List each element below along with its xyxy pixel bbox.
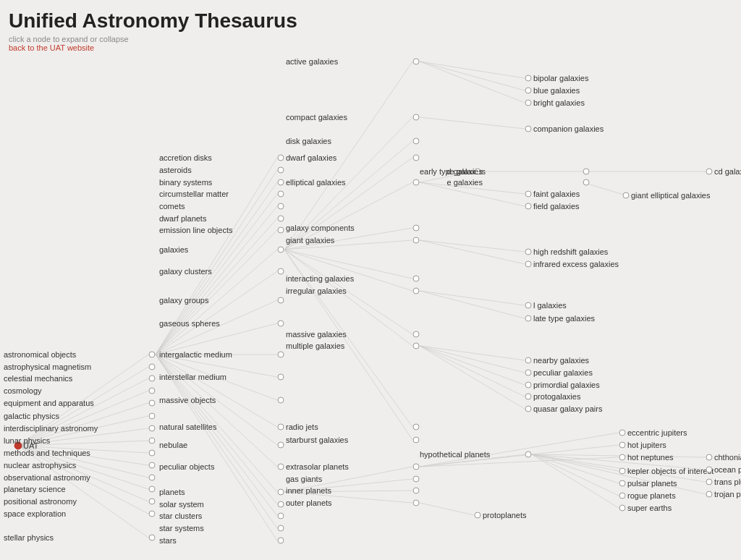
node-peculiar-objects[interactable] xyxy=(278,464,284,470)
node-giant-galaxies[interactable] xyxy=(413,237,419,243)
node-super-earths[interactable] xyxy=(619,505,625,511)
node-celestial-mechanics[interactable] xyxy=(149,376,155,381)
node-interstellar-medium[interactable] xyxy=(278,374,284,380)
node-comets[interactable] xyxy=(278,203,284,209)
node-cd-galaxies[interactable] xyxy=(706,169,712,174)
label-eccentric-jupiters: eccentric jupiters xyxy=(627,428,687,437)
node-galaxy-components[interactable] xyxy=(413,225,419,231)
node-interacting-galaxies[interactable] xyxy=(413,276,419,281)
node-high-redshift[interactable] xyxy=(525,249,531,255)
label-extrasolar-planets: extrasolar planets xyxy=(286,462,349,471)
label-e-galaxies: e galaxies xyxy=(446,178,483,187)
node-late-type-galaxies[interactable] xyxy=(525,315,531,321)
node-equipment-apparatus[interactable] xyxy=(149,400,155,406)
node-compact-galaxies[interactable] xyxy=(413,114,419,120)
node-astronomical-objects[interactable] xyxy=(149,352,155,357)
node-quasar-galaxy-pairs[interactable] xyxy=(525,406,531,412)
node-ocean-planets[interactable] xyxy=(706,467,712,472)
node-chthonian-planets[interactable] xyxy=(706,454,712,460)
node-accretion-disks[interactable] xyxy=(278,155,284,161)
svg-line-77 xyxy=(420,503,474,515)
node-outer-planets[interactable] xyxy=(413,500,419,506)
node-elliptical-galaxies[interactable] xyxy=(413,179,419,185)
node-protoplanets[interactable] xyxy=(475,512,480,518)
node-companion-galaxies[interactable] xyxy=(525,126,531,132)
node-interdisciplinary[interactable] xyxy=(149,425,155,431)
label-interdisciplinary: interdisciplinary astronomy xyxy=(4,424,98,433)
node-dwarf-galaxies[interactable] xyxy=(413,155,419,161)
node-space-exploration[interactable] xyxy=(149,511,155,517)
svg-line-45 xyxy=(284,250,412,291)
node-e-galaxies[interactable] xyxy=(583,179,589,185)
node-stars[interactable] xyxy=(278,538,284,543)
node-bright-galaxies[interactable] xyxy=(525,100,531,106)
node-lunar-physics[interactable] xyxy=(149,438,155,444)
node-hot-jupiters[interactable] xyxy=(619,442,625,448)
node-planetary-science[interactable] xyxy=(149,486,155,492)
node-l-galaxies[interactable] xyxy=(525,302,531,308)
node-infrared-excess[interactable] xyxy=(525,261,531,267)
node-radio-jets[interactable] xyxy=(413,424,419,430)
node-natural-satellites[interactable] xyxy=(278,424,284,430)
node-rogue-planets[interactable] xyxy=(619,493,625,499)
node-inner-planets[interactable] xyxy=(413,488,419,493)
node-trans-plutonian[interactable] xyxy=(706,479,712,485)
node-extrasolar-planets[interactable] xyxy=(413,464,419,470)
node-galaxy-groups[interactable] xyxy=(278,297,284,303)
node-trojan-planets[interactable] xyxy=(706,491,712,497)
node-star-systems[interactable] xyxy=(278,525,284,531)
node-methods-techniques[interactable] xyxy=(149,450,155,456)
node-protogalaxies[interactable] xyxy=(525,394,531,399)
node-primordial-galaxies[interactable] xyxy=(525,382,531,388)
node-active-galaxies[interactable] xyxy=(413,59,419,64)
node-star-clusters[interactable] xyxy=(278,513,284,519)
node-blue-galaxies[interactable] xyxy=(525,88,531,93)
node-peculiar-galaxies[interactable] xyxy=(525,370,531,376)
node-gas-giants[interactable] xyxy=(413,476,419,482)
node-dwarf-planets[interactable] xyxy=(278,216,284,221)
node-starburst-galaxies[interactable] xyxy=(413,437,419,443)
node-multiple-galaxies[interactable] xyxy=(413,343,419,349)
label-compact-galaxies: compact galaxies xyxy=(286,113,347,122)
node-galaxy-clusters[interactable] xyxy=(278,268,284,274)
node-d-galaxies[interactable] xyxy=(583,169,589,174)
node-circumstellar-matter[interactable] xyxy=(278,191,284,197)
node-intergalactic-medium[interactable] xyxy=(278,352,284,357)
node-gaseous-spheres[interactable] xyxy=(278,321,284,326)
node-faint-galaxies[interactable] xyxy=(525,191,531,197)
node-bipolar-galaxies[interactable] xyxy=(525,75,531,81)
node-stellar-physics[interactable] xyxy=(149,535,155,540)
node-giant-elliptical[interactable] xyxy=(623,192,629,198)
node-galactic-physics[interactable] xyxy=(149,413,155,419)
back-link[interactable]: back to the UAT website xyxy=(9,43,297,52)
node-binary-systems[interactable] xyxy=(278,179,284,185)
node-irregular-galaxies[interactable] xyxy=(413,288,419,294)
node-massive-objects[interactable] xyxy=(278,397,284,403)
node-kepler-objects[interactable] xyxy=(619,468,625,474)
node-astrophysical-magnetism[interactable] xyxy=(149,364,155,370)
node-field-galaxies[interactable] xyxy=(525,203,531,209)
node-massive-galaxies[interactable] xyxy=(413,331,419,337)
graph-container: UAT astronomical objects astrophysical m… xyxy=(0,0,741,560)
node-solar-system[interactable] xyxy=(278,501,284,507)
node-nearby-galaxies[interactable] xyxy=(525,357,531,363)
node-eccentric-jupiters[interactable] xyxy=(619,430,625,436)
label-interstellar-medium: interstellar medium xyxy=(159,373,226,381)
node-positional-astronomy[interactable] xyxy=(149,499,155,504)
node-nuclear-astrophysics[interactable] xyxy=(149,462,155,468)
nodes-layer[interactable]: UAT astronomical objects astrophysical m… xyxy=(4,57,741,545)
node-planets[interactable] xyxy=(278,489,284,495)
label-cd-galaxies: cd galaxies xyxy=(714,167,741,176)
node-emission-line-objects[interactable] xyxy=(278,227,284,233)
node-hypothetical-planets[interactable] xyxy=(525,451,531,457)
label-kepler-objects: kepler objects of interest xyxy=(627,467,714,475)
label-companion-galaxies: companion galaxies xyxy=(533,124,604,133)
node-galaxies[interactable] xyxy=(278,247,284,253)
node-observational-astronomy[interactable] xyxy=(149,475,155,480)
node-nebulae[interactable] xyxy=(278,442,284,448)
node-disk-galaxies[interactable] xyxy=(413,138,419,144)
node-cosmology[interactable] xyxy=(149,388,155,394)
node-asteroids[interactable] xyxy=(278,167,284,173)
node-pulsar-planets[interactable] xyxy=(619,480,625,486)
node-hot-neptunes[interactable] xyxy=(619,454,625,460)
